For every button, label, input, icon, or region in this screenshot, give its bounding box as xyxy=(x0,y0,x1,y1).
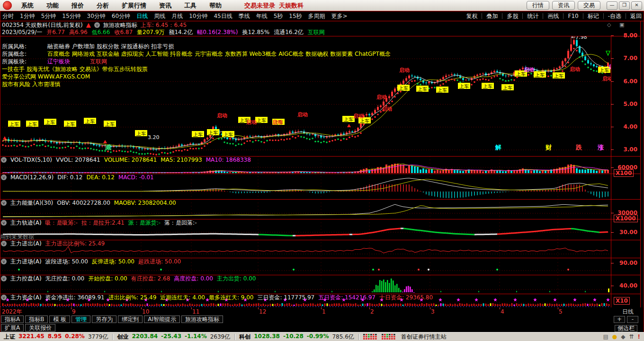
collapse-icon[interactable]: v xyxy=(1,241,7,246)
tool-叠加[interactable]: 叠加 xyxy=(486,12,498,20)
tool-画线[interactable]: 画线 xyxy=(547,12,559,20)
tool-F10[interactable]: F10 xyxy=(568,13,578,19)
period-月线[interactable]: 月线 xyxy=(171,12,183,20)
period-年线[interactable]: 年线 xyxy=(256,12,268,20)
collapse-icon[interactable]: v xyxy=(1,220,7,226)
collapse-icon[interactable]: v xyxy=(1,259,7,264)
profile-board-line: 所属板块:辽宁板块互联网 xyxy=(2,58,391,65)
panel-title: 主力进出(A) xyxy=(10,241,42,247)
period-60分钟[interactable]: 60分钟 xyxy=(112,12,130,20)
menu-item-分析[interactable]: 分析 xyxy=(97,1,109,10)
period-更多>[interactable]: 更多> xyxy=(331,12,348,20)
tab-绑定到[interactable]: 绑定到 xyxy=(118,315,143,323)
month-label: 2 xyxy=(370,308,374,315)
panel-field: 三日资金: 117775.97 xyxy=(257,295,314,301)
period-30分钟[interactable]: 30分钟 xyxy=(87,12,106,20)
tab-管理[interactable]: 管理 xyxy=(72,315,90,323)
period-季线[interactable]: 季线 xyxy=(239,12,250,20)
period-1分钟[interactable]: 1分钟 xyxy=(20,12,35,20)
chevron-down-icon[interactable]: v xyxy=(94,22,100,28)
coin-icon[interactable]: ● xyxy=(612,333,617,340)
zoom-in-button[interactable]: + xyxy=(614,316,625,323)
period-分时[interactable]: 分时 xyxy=(2,12,14,20)
titlebar-button-交易[interactable]: 交易 xyxy=(578,1,600,10)
tab-AI智能提示[interactable]: AI智能提示 xyxy=(144,315,180,323)
up-arrow-icon[interactable]: ▲ xyxy=(86,22,91,28)
panel-field: 反弹进场: 50.00 xyxy=(92,259,134,265)
tab-指标A[interactable]: 指标A xyxy=(1,315,24,323)
doc-icon[interactable]: ▤ xyxy=(603,333,608,340)
tool-统计[interactable]: 统计 xyxy=(527,12,538,20)
menu-item-功能[interactable]: 功能 xyxy=(46,1,59,10)
collapse-icon[interactable]: v xyxy=(1,295,7,300)
panel-toggle-icon[interactable]: ▣ xyxy=(619,22,624,28)
tab-扩展A[interactable]: 扩展A xyxy=(1,324,24,332)
signal-label: 上车: 6.45：6.45 xyxy=(141,21,187,29)
period-日线[interactable]: 日线 xyxy=(136,12,148,20)
sidebar-toggle-button[interactable]: 侧边栏 xyxy=(615,325,637,332)
tab-模 板[interactable]: 模 板 xyxy=(49,315,70,323)
app-logo-icon[interactable] xyxy=(3,1,12,10)
period-15分钟[interactable]: 15分钟 xyxy=(62,12,80,20)
panel-field: 派：是派货:- xyxy=(128,220,161,226)
period-45日线[interactable]: 45日线 xyxy=(214,12,232,20)
svg-text:上车: 上车 xyxy=(256,118,266,123)
ribbon-char: 财 xyxy=(545,144,552,151)
titlebar-button-行情[interactable]: 行情 xyxy=(527,1,549,10)
network-status-grid-icon xyxy=(363,334,377,340)
gem-icon[interactable]: ◆ xyxy=(621,333,625,340)
menu-item-资讯[interactable]: 资讯 xyxy=(159,1,171,10)
tool-标记[interactable]: 标记 xyxy=(588,12,599,20)
period-多周期[interactable]: 多周期 xyxy=(308,12,325,20)
zoom-out-button[interactable]: - xyxy=(627,316,638,323)
panel-field: VVOL: 2078641 xyxy=(56,157,100,163)
ohlc-date: 2023/05/29/一 xyxy=(2,28,42,36)
period-15秒[interactable]: 15秒 xyxy=(289,12,302,20)
close-button[interactable]: ✕ xyxy=(631,1,642,10)
indicator-name[interactable]: 旅游攻略指标 xyxy=(103,21,137,29)
extension-tabs-row: 扩展A关联报价 xyxy=(0,324,644,332)
titlebar-button-资讯[interactable]: 资讯 xyxy=(552,1,575,10)
panel-field: 有庄控盘: 2.68 xyxy=(131,276,170,282)
month-label: 4 xyxy=(501,308,504,315)
period-周线[interactable]: 周线 xyxy=(154,12,165,20)
panel-title: MACD(12,26,9) xyxy=(10,175,54,181)
tab-另存为[interactable]: 另存为 xyxy=(92,315,116,323)
menu-item-工具[interactable]: 工具 xyxy=(184,1,197,10)
collapse-icon[interactable]: v xyxy=(1,157,7,163)
tool-separator xyxy=(583,13,583,19)
server-station-name[interactable]: 首创证券行情主站 xyxy=(401,333,447,341)
ohlc-sector-link[interactable]: 互联网 xyxy=(308,28,325,36)
tool-返回[interactable]: 返回 xyxy=(630,12,642,20)
tab-旅游攻略指标[interactable]: 旅游攻略指标 xyxy=(181,315,223,323)
panel-header-track: v主力轨迹(A)吸：是吸筹:-拉：是拉升:2.41派：是派货:-落：是回落:- xyxy=(1,220,197,226)
period-5分钟[interactable]: 5分钟 xyxy=(41,12,56,20)
restore-button[interactable]: ❐ xyxy=(619,1,630,10)
collapse-icon[interactable]: v xyxy=(1,200,7,206)
profile-style-line: 所属风格:融资融券 户数增加 股权分散 深股通标的 扣非亏损 xyxy=(2,43,391,50)
minimize-button[interactable]: — xyxy=(607,1,617,10)
panel-header-obv: v主力能量(A)(30)OBV: 40022728.00MAOBV: 23082… xyxy=(1,200,176,206)
alert-icon[interactable]: ! xyxy=(638,333,640,340)
period-5秒[interactable]: 5秒 xyxy=(274,12,283,20)
menu-item-扩展行情[interactable]: 扩展行情 xyxy=(122,1,146,10)
collapse-icon[interactable]: v xyxy=(1,276,7,281)
menu-item-系统[interactable]: 系统 xyxy=(21,1,34,10)
diamond-icon[interactable]: ◇ xyxy=(607,22,611,28)
arrows-up-icon[interactable]: ⇈ xyxy=(629,333,634,340)
tab-指标B[interactable]: 指标B xyxy=(25,315,48,323)
tool-复权[interactable]: 复权 xyxy=(466,12,477,20)
menu-item-报价[interactable]: 报价 xyxy=(72,1,84,10)
tool-separator xyxy=(603,13,604,19)
menu-item-帮助[interactable]: 帮助 xyxy=(209,1,222,10)
stock-profile-block: 所属风格:融资融券 户数增加 股权分散 深股通标的 扣非亏损 所属概念:百度概念… xyxy=(2,43,391,88)
profile-concept-line: 所属概念:百度概念 网络游戏 互联金融 虚拟现实 人工智能 抖音概念 元宇宙概念… xyxy=(2,50,391,58)
tool-多股[interactable]: 多股 xyxy=(507,12,518,20)
svg-text:上车: 上车 xyxy=(9,122,19,127)
collapse-icon[interactable]: v xyxy=(1,175,7,180)
tab-关联报价[interactable]: 关联报价 xyxy=(25,324,55,332)
tool--自选[interactable]: -自选 xyxy=(608,12,621,20)
run-signal-label: 启动 xyxy=(399,67,410,73)
date-axis: 2022年 910111212345 日线 xyxy=(0,307,644,315)
period-10分钟[interactable]: 10分钟 xyxy=(189,12,207,20)
